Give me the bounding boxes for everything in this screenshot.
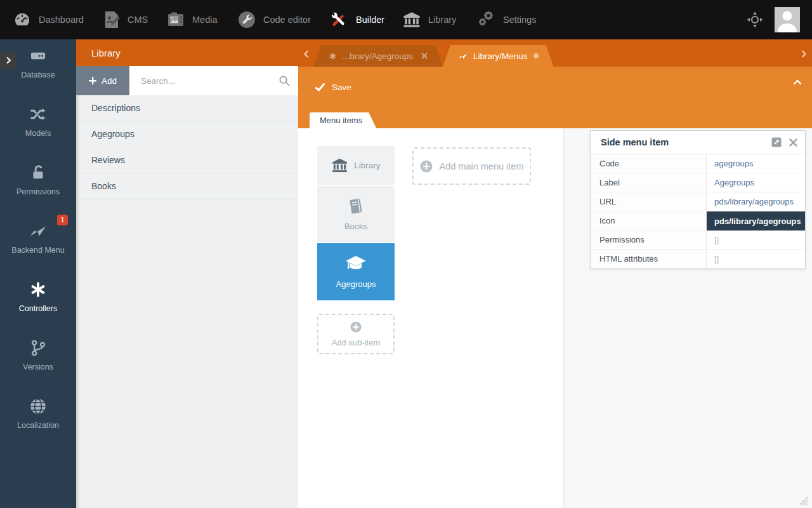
check-icon	[315, 83, 325, 91]
detach-panel-button[interactable]	[771, 137, 782, 147]
field-value-label[interactable]: Agegroups	[707, 173, 805, 192]
add-main-label: Add main menu item	[440, 161, 524, 171]
list-item-agegroups[interactable]: Agegroups	[76, 121, 298, 147]
sidebar-item-label: Database	[0, 70, 76, 79]
nav-item-cms[interactable]: CMS	[103, 0, 148, 39]
sidebar-item-controllers[interactable]: Controllers	[0, 273, 76, 331]
add-sub-label: Add sub-item	[332, 338, 381, 347]
collapse-toolbar-icon[interactable]	[793, 79, 802, 85]
sidebar-item-models[interactable]: Models	[0, 98, 76, 156]
field-label: Permissions	[591, 231, 707, 250]
search-input[interactable]	[129, 66, 298, 95]
unsaved-indicator	[534, 53, 539, 58]
nav-item-dashboard[interactable]: Dashboard	[13, 0, 84, 39]
main-menu-item-library[interactable]: Library	[317, 146, 395, 185]
menu-item-label: Agegroups	[336, 279, 376, 289]
bank-icon	[331, 157, 348, 174]
list-item-reviews[interactable]: Reviews	[76, 147, 298, 173]
save-toolbar: Save	[298, 67, 812, 112]
document-tabs: ...brary/Agegroups Library/Menus	[313, 45, 554, 67]
resize-grip[interactable]	[798, 495, 808, 505]
nav-item-media[interactable]: Media	[166, 0, 218, 39]
add-button-label: Add	[102, 76, 117, 86]
nav-item-builder[interactable]: Builder	[329, 0, 384, 39]
plus-circle-icon	[420, 160, 433, 173]
field-label: Code	[591, 154, 707, 173]
paper-plane-icon	[29, 222, 47, 240]
plugin-panel-toolbar: Add	[76, 66, 298, 95]
inspector-row-url: URL pds/library/agegroups	[591, 192, 805, 211]
save-button-label: Save	[332, 83, 351, 92]
nav-item-library[interactable]: Library	[402, 0, 456, 39]
code-editor-icon	[237, 10, 256, 29]
close-icon[interactable]	[421, 53, 428, 59]
menu-item-label: Library	[354, 161, 380, 170]
builder-icon	[329, 10, 349, 30]
list-item-descriptions[interactable]: Descriptions	[76, 95, 298, 121]
nav-label: Media	[192, 15, 218, 25]
nav-item-code-editor[interactable]: Code editor	[237, 0, 311, 39]
field-value-url[interactable]: pds/library/agegroups	[707, 192, 805, 211]
list-item-books[interactable]: Books	[76, 173, 298, 199]
field-value-code[interactable]: agegroups	[707, 154, 805, 173]
sidebar-item-label: Models	[0, 129, 76, 138]
tab-menu-items[interactable]: Menu items	[310, 112, 376, 128]
sidebar-item-label: Backend Menu	[0, 246, 76, 255]
sidebar-item-localization[interactable]: Localization	[0, 390, 76, 448]
nav-item-settings[interactable]: Settings	[477, 0, 536, 39]
inspector-row-label: Label Agegroups	[591, 173, 805, 192]
database-icon	[29, 47, 47, 65]
save-button[interactable]: Save	[315, 83, 351, 92]
inspector-row-code: Code agegroups	[591, 154, 805, 173]
close-icon	[789, 138, 797, 147]
field-label: Icon	[591, 211, 707, 231]
tabs-scroll-left-icon[interactable]	[303, 50, 310, 58]
sidebar-item-permissions[interactable]: Permissions	[0, 156, 76, 215]
plugin-panel-header: Library	[76, 39, 298, 66]
plugin-item-list: Descriptions Agegroups Reviews Books	[76, 95, 298, 199]
builder-sidebar: Database Models Permissions 1 Backend Me…	[0, 39, 76, 508]
sidebar-item-database[interactable]: Database	[0, 39, 76, 98]
side-menu-item-books[interactable]: Books	[317, 186, 395, 242]
plus-circle-icon	[350, 321, 362, 333]
graduation-cap-icon	[345, 255, 367, 274]
tab-label: ...brary/Agegroups	[343, 51, 413, 61]
nav-label: Code editor	[263, 15, 311, 25]
locate-button[interactable]	[746, 0, 764, 39]
sidebar-expand-handle[interactable]	[0, 52, 16, 69]
tabs-scroll-right-icon[interactable]	[801, 50, 807, 58]
add-button[interactable]: Add	[76, 66, 129, 95]
sidebar-item-label: Permissions	[0, 187, 76, 196]
field-value-icon[interactable]: pds/library/agegroups	[707, 211, 805, 231]
settings-icon	[477, 10, 496, 29]
sidebar-item-backend-menu[interactable]: 1 Backend Menu	[0, 215, 76, 273]
field-value-html-attributes[interactable]: []	[707, 250, 805, 269]
close-inspector-button[interactable]	[789, 138, 797, 147]
cms-icon	[103, 10, 121, 29]
tab-library-menus[interactable]: Library/Menus	[443, 45, 554, 67]
form-tabstrip: Menu items	[298, 112, 812, 128]
add-main-menu-item-button[interactable]: Add main menu item	[412, 147, 531, 185]
side-menu-item-agegroups[interactable]: Agegroups	[317, 243, 395, 300]
media-icon	[166, 11, 185, 29]
menu-editor: Library Add main menu item Books Agegrou…	[298, 128, 563, 508]
search-icon	[278, 75, 290, 86]
bank-icon	[402, 10, 421, 29]
unlock-icon	[29, 164, 47, 182]
tab-library-agegroups[interactable]: ...brary/Agegroups	[313, 45, 443, 67]
add-sub-item-button[interactable]: Add sub-item	[317, 314, 395, 354]
crosshair-icon	[746, 11, 764, 29]
plugin-panel: Library Add Descriptions Agegroups Revie…	[76, 39, 298, 508]
inspector-row-html-attributes: HTML attributes []	[591, 250, 805, 269]
sidebar-item-label: Versions	[0, 363, 76, 371]
nav-label: Builder	[356, 15, 384, 25]
badge: 1	[57, 215, 68, 225]
field-label: Label	[591, 173, 707, 192]
inspector-row-permissions: Permissions []	[591, 231, 805, 250]
top-navbar: Dashboard CMS Media Code editor Builder …	[0, 0, 812, 39]
sidebar-item-versions[interactable]: Versions	[0, 331, 76, 390]
nav-label: Dashboard	[39, 15, 84, 25]
field-value-permissions[interactable]: []	[707, 231, 805, 250]
avatar[interactable]	[775, 7, 800, 32]
nav-label: Library	[428, 15, 456, 25]
